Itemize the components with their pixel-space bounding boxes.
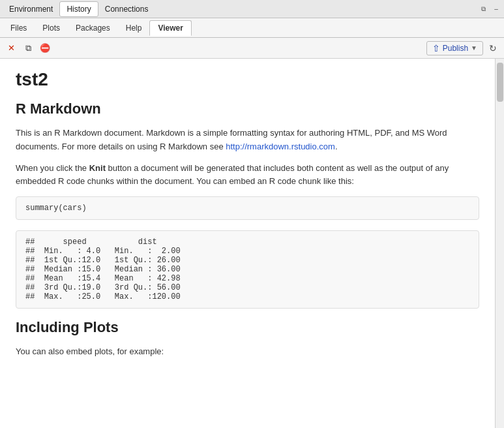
publish-button[interactable]: ⇧ Publish ▼: [426, 41, 483, 55]
scrollbar[interactable]: [495, 59, 504, 428]
document-title: tst2: [16, 69, 479, 90]
window-restore-btn[interactable]: ⧉: [478, 4, 488, 14]
window-minimize-btn[interactable]: –: [491, 4, 501, 14]
knit-word: Knit: [89, 163, 106, 173]
code-text: summary(cars): [25, 204, 87, 213]
output-block-summary: ## speed dist ## Min. : 4.0 Min. : 2.00 …: [16, 230, 479, 309]
main-area: tst2 R Markdown This is an R Markdown do…: [0, 59, 504, 428]
paragraph2-pre: When you click the: [16, 163, 89, 173]
publish-icon: ⇧: [432, 43, 440, 54]
tab-packages[interactable]: Packages: [68, 21, 118, 35]
copy-button[interactable]: ⧉: [21, 41, 35, 55]
rmarkdown-link[interactable]: http://rmarkdown.rstudio.com: [226, 142, 335, 151]
tab-help[interactable]: Help: [118, 21, 150, 35]
tab-files[interactable]: Files: [3, 21, 35, 35]
paragraph2: When you click the Knit button a documen…: [16, 162, 479, 189]
publish-dropdown-arrow: ▼: [471, 44, 477, 52]
top-menubar: Environment History Connections ⧉ –: [0, 0, 504, 18]
refresh-button[interactable]: ↻: [486, 41, 500, 55]
section1-heading: R Markdown: [16, 100, 479, 117]
tab-viewer[interactable]: Viewer: [149, 20, 191, 36]
viewer-toolbar: ✕ ⧉ ⛔ ⇧ Publish ▼ ↻: [0, 38, 504, 59]
output-line-0: ## speed dist ## Min. : 4.0 Min. : 2.00 …: [25, 237, 190, 301]
paragraph1: This is an R Markdown document. Markdown…: [16, 127, 479, 154]
menu-environment[interactable]: Environment: [3, 2, 59, 16]
clear-button[interactable]: ⛔: [38, 41, 52, 55]
section2-heading: Including Plots: [16, 319, 479, 336]
paragraph3: You can also embed plots, for example:: [16, 345, 479, 359]
tab-bar: Files Plots Packages Help Viewer: [0, 18, 504, 38]
scrollbar-thumb[interactable]: [497, 63, 503, 102]
publish-label: Publish: [443, 44, 468, 53]
stop-button[interactable]: ✕: [4, 41, 18, 55]
code-block-summary: summary(cars): [16, 196, 479, 220]
viewer-content[interactable]: tst2 R Markdown This is an R Markdown do…: [0, 59, 495, 428]
tab-plots[interactable]: Plots: [35, 21, 68, 35]
menu-connections[interactable]: Connections: [98, 2, 155, 16]
menu-history[interactable]: History: [59, 1, 98, 17]
